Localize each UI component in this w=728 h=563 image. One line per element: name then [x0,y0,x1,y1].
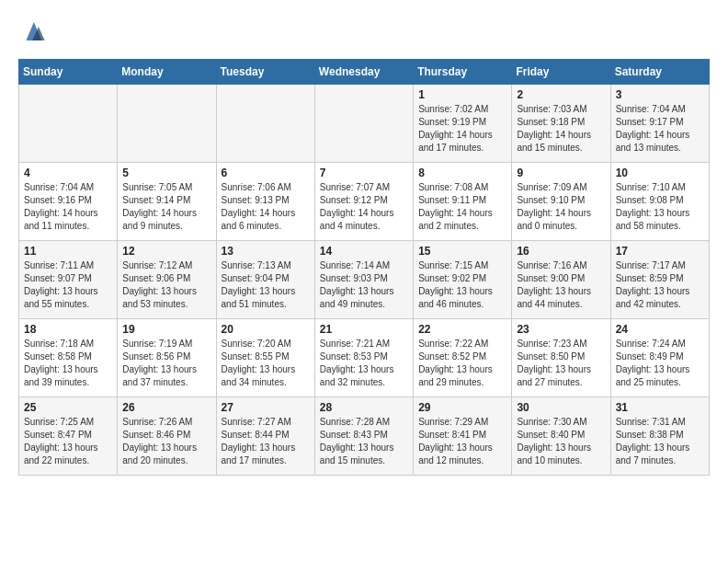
logo [18,18,51,44]
calendar-cell: 6Sunrise: 7:06 AM Sunset: 9:13 PM Daylig… [216,163,314,241]
day-info: Sunrise: 7:16 AM Sunset: 9:00 PM Dayligh… [517,259,605,311]
day-info: Sunrise: 7:02 AM Sunset: 9:19 PM Dayligh… [418,103,506,155]
day-info: Sunrise: 7:04 AM Sunset: 9:16 PM Dayligh… [24,181,112,233]
day-number: 5 [122,167,210,179]
calendar-cell: 25Sunrise: 7:25 AM Sunset: 8:47 PM Dayli… [19,397,118,476]
calendar-cell: 30Sunrise: 7:30 AM Sunset: 8:40 PM Dayli… [512,397,610,476]
day-info: Sunrise: 7:18 AM Sunset: 8:58 PM Dayligh… [24,338,112,389]
day-info: Sunrise: 7:10 AM Sunset: 9:08 PM Dayligh… [616,181,704,233]
day-info: Sunrise: 7:09 AM Sunset: 9:10 PM Dayligh… [517,181,605,233]
day-info: Sunrise: 7:22 AM Sunset: 8:52 PM Dayligh… [418,338,506,389]
day-info: Sunrise: 7:20 AM Sunset: 8:55 PM Dayligh… [222,338,310,389]
calendar-header: SundayMondayTuesdayWednesdayThursdayFrid… [19,60,710,85]
day-number: 7 [320,167,408,179]
calendar-cell: 2Sunrise: 7:03 AM Sunset: 9:18 PM Daylig… [512,85,610,163]
weekday-header-saturday: Saturday [610,60,709,85]
day-number: 21 [320,323,408,336]
day-info: Sunrise: 7:12 AM Sunset: 9:06 PM Dayligh… [122,259,210,311]
day-info: Sunrise: 7:11 AM Sunset: 9:07 PM Dayligh… [24,259,112,311]
logo-icon [18,18,48,44]
day-number: 30 [517,401,605,414]
day-info: Sunrise: 7:17 AM Sunset: 8:59 PM Dayligh… [616,259,704,311]
day-number: 16 [517,245,605,258]
day-info: Sunrise: 7:29 AM Sunset: 8:41 PM Dayligh… [418,416,506,467]
day-info: Sunrise: 7:24 AM Sunset: 8:49 PM Dayligh… [616,338,704,389]
weekday-header-tuesday: Tuesday [216,60,314,85]
day-number: 15 [418,245,506,258]
day-number: 12 [122,245,210,258]
day-number: 13 [222,245,310,258]
day-info: Sunrise: 7:26 AM Sunset: 8:46 PM Dayligh… [122,416,210,467]
weekday-header-sunday: Sunday [19,60,118,85]
weekday-header-thursday: Thursday [414,60,512,85]
calendar-cell: 31Sunrise: 7:31 AM Sunset: 8:38 PM Dayli… [610,397,709,476]
weekday-header-monday: Monday [118,60,216,85]
calendar-cell: 10Sunrise: 7:10 AM Sunset: 9:08 PM Dayli… [610,163,709,241]
day-info: Sunrise: 7:13 AM Sunset: 9:04 PM Dayligh… [222,259,310,311]
day-number: 24 [616,323,704,336]
calendar-cell: 21Sunrise: 7:21 AM Sunset: 8:53 PM Dayli… [314,319,413,397]
calendar-cell: 14Sunrise: 7:14 AM Sunset: 9:03 PM Dayli… [314,241,413,319]
day-number: 11 [24,245,112,258]
day-info: Sunrise: 7:19 AM Sunset: 8:56 PM Dayligh… [122,338,210,389]
day-number: 6 [222,167,310,179]
day-info: Sunrise: 7:31 AM Sunset: 8:38 PM Dayligh… [616,416,704,467]
day-info: Sunrise: 7:04 AM Sunset: 9:17 PM Dayligh… [616,103,704,155]
calendar-cell: 1Sunrise: 7:02 AM Sunset: 9:19 PM Daylig… [414,85,512,163]
calendar-cell [118,85,216,163]
calendar-cell: 13Sunrise: 7:13 AM Sunset: 9:04 PM Dayli… [216,241,314,319]
day-number: 18 [24,323,112,336]
day-number: 27 [222,401,310,414]
calendar-cell: 7Sunrise: 7:07 AM Sunset: 9:12 PM Daylig… [314,163,413,241]
calendar-cell [314,85,413,163]
day-number: 1 [418,88,506,101]
day-info: Sunrise: 7:03 AM Sunset: 9:18 PM Dayligh… [517,103,605,155]
day-info: Sunrise: 7:06 AM Sunset: 9:13 PM Dayligh… [222,181,310,233]
calendar-body: 1Sunrise: 7:02 AM Sunset: 9:19 PM Daylig… [19,85,710,476]
day-number: 2 [517,88,605,101]
calendar-cell: 26Sunrise: 7:26 AM Sunset: 8:46 PM Dayli… [118,397,216,476]
day-number: 10 [616,167,704,179]
calendar-cell: 8Sunrise: 7:08 AM Sunset: 9:11 PM Daylig… [414,163,512,241]
day-info: Sunrise: 7:14 AM Sunset: 9:03 PM Dayligh… [320,259,408,311]
day-number: 14 [320,245,408,258]
day-number: 19 [122,323,210,336]
day-number: 28 [320,401,408,414]
day-number: 22 [418,323,506,336]
calendar-cell: 15Sunrise: 7:15 AM Sunset: 9:02 PM Dayli… [414,241,512,319]
calendar-cell: 17Sunrise: 7:17 AM Sunset: 8:59 PM Dayli… [610,241,709,319]
calendar-cell: 9Sunrise: 7:09 AM Sunset: 9:10 PM Daylig… [512,163,610,241]
calendar-cell: 3Sunrise: 7:04 AM Sunset: 9:17 PM Daylig… [610,85,709,163]
calendar-cell: 23Sunrise: 7:23 AM Sunset: 8:50 PM Dayli… [512,319,610,397]
day-info: Sunrise: 7:28 AM Sunset: 8:43 PM Dayligh… [320,416,408,467]
calendar-week-5: 25Sunrise: 7:25 AM Sunset: 8:47 PM Dayli… [19,397,710,476]
day-number: 31 [616,401,704,414]
day-info: Sunrise: 7:23 AM Sunset: 8:50 PM Dayligh… [517,338,605,389]
day-number: 8 [418,167,506,179]
calendar-cell: 28Sunrise: 7:28 AM Sunset: 8:43 PM Dayli… [314,397,413,476]
day-number: 17 [616,245,704,258]
day-info: Sunrise: 7:15 AM Sunset: 9:02 PM Dayligh… [418,259,506,311]
calendar-cell: 16Sunrise: 7:16 AM Sunset: 9:00 PM Dayli… [512,241,610,319]
day-number: 29 [418,401,506,414]
calendar-cell: 12Sunrise: 7:12 AM Sunset: 9:06 PM Dayli… [118,241,216,319]
calendar-week-3: 11Sunrise: 7:11 AM Sunset: 9:07 PM Dayli… [19,241,710,319]
day-number: 20 [222,323,310,336]
weekday-header-wednesday: Wednesday [314,60,413,85]
calendar-week-2: 4Sunrise: 7:04 AM Sunset: 9:16 PM Daylig… [19,163,710,241]
day-number: 3 [616,88,704,101]
calendar-cell: 4Sunrise: 7:04 AM Sunset: 9:16 PM Daylig… [19,163,118,241]
calendar-week-1: 1Sunrise: 7:02 AM Sunset: 9:19 PM Daylig… [19,85,710,163]
calendar-cell: 11Sunrise: 7:11 AM Sunset: 9:07 PM Dayli… [19,241,118,319]
day-info: Sunrise: 7:07 AM Sunset: 9:12 PM Dayligh… [320,181,408,233]
day-info: Sunrise: 7:25 AM Sunset: 8:47 PM Dayligh… [24,416,112,467]
weekday-row: SundayMondayTuesdayWednesdayThursdayFrid… [19,60,710,85]
calendar-cell: 24Sunrise: 7:24 AM Sunset: 8:49 PM Dayli… [610,319,709,397]
calendar-cell: 18Sunrise: 7:18 AM Sunset: 8:58 PM Dayli… [19,319,118,397]
calendar-week-4: 18Sunrise: 7:18 AM Sunset: 8:58 PM Dayli… [19,319,710,397]
day-info: Sunrise: 7:05 AM Sunset: 9:14 PM Dayligh… [122,181,210,233]
day-number: 25 [24,401,112,414]
calendar-cell: 22Sunrise: 7:22 AM Sunset: 8:52 PM Dayli… [414,319,512,397]
calendar-cell: 19Sunrise: 7:19 AM Sunset: 8:56 PM Dayli… [118,319,216,397]
day-info: Sunrise: 7:27 AM Sunset: 8:44 PM Dayligh… [222,416,310,467]
